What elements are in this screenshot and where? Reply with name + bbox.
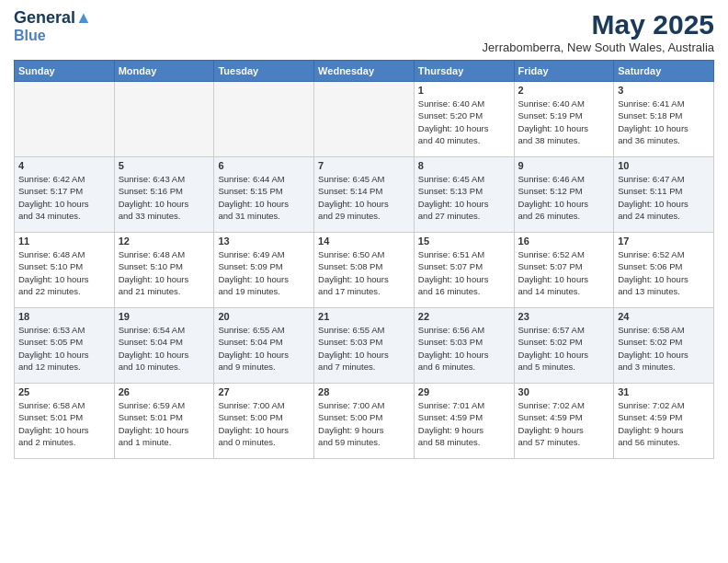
day-info: Sunrise: 6:51 AM Sunset: 5:07 PM Dayligh… bbox=[418, 248, 510, 297]
day-info: Sunrise: 6:46 AM Sunset: 5:12 PM Dayligh… bbox=[518, 173, 610, 222]
day-info: Sunrise: 6:42 AM Sunset: 5:17 PM Dayligh… bbox=[18, 173, 110, 222]
day-number: 1 bbox=[418, 85, 510, 96]
day-number: 12 bbox=[119, 236, 210, 247]
weekday-header-monday: Monday bbox=[114, 61, 214, 82]
day-number: 3 bbox=[618, 85, 710, 96]
week-row-1: 1Sunrise: 6:40 AM Sunset: 5:20 PM Daylig… bbox=[15, 82, 714, 157]
day-cell: 18Sunrise: 6:53 AM Sunset: 5:05 PM Dayli… bbox=[15, 308, 115, 384]
day-number: 26 bbox=[119, 386, 210, 397]
weekday-header-row: SundayMondayTuesdayWednesdayThursdayFrid… bbox=[15, 61, 714, 82]
day-info: Sunrise: 6:50 AM Sunset: 5:08 PM Dayligh… bbox=[318, 248, 410, 297]
week-row-5: 25Sunrise: 6:58 AM Sunset: 5:01 PM Dayli… bbox=[15, 384, 714, 459]
weekday-header-sunday: Sunday bbox=[15, 61, 115, 82]
day-cell: 17Sunrise: 6:52 AM Sunset: 5:06 PM Dayli… bbox=[614, 233, 714, 308]
day-info: Sunrise: 7:02 AM Sunset: 4:59 PM Dayligh… bbox=[618, 399, 710, 448]
logo-blue: Blue bbox=[14, 28, 92, 44]
day-number: 23 bbox=[518, 311, 610, 322]
day-cell: 7Sunrise: 6:45 AM Sunset: 5:14 PM Daylig… bbox=[314, 157, 415, 233]
day-info: Sunrise: 6:52 AM Sunset: 5:07 PM Dayligh… bbox=[518, 248, 610, 297]
day-info: Sunrise: 6:48 AM Sunset: 5:10 PM Dayligh… bbox=[119, 248, 210, 297]
day-number: 8 bbox=[418, 160, 510, 171]
day-number: 7 bbox=[318, 160, 410, 171]
day-cell: 13Sunrise: 6:49 AM Sunset: 5:09 PM Dayli… bbox=[214, 233, 314, 308]
day-info: Sunrise: 6:54 AM Sunset: 5:04 PM Dayligh… bbox=[119, 324, 210, 373]
day-number: 2 bbox=[518, 85, 610, 96]
weekday-header-wednesday: Wednesday bbox=[314, 61, 415, 82]
day-info: Sunrise: 6:48 AM Sunset: 5:10 PM Dayligh… bbox=[18, 248, 110, 297]
day-info: Sunrise: 6:55 AM Sunset: 5:03 PM Dayligh… bbox=[318, 324, 410, 373]
day-info: Sunrise: 6:55 AM Sunset: 5:04 PM Dayligh… bbox=[218, 324, 310, 373]
day-info: Sunrise: 6:41 AM Sunset: 5:18 PM Dayligh… bbox=[618, 98, 710, 146]
day-cell: 10Sunrise: 6:47 AM Sunset: 5:11 PM Dayli… bbox=[614, 157, 714, 233]
day-number: 25 bbox=[18, 386, 110, 397]
day-number: 16 bbox=[518, 236, 610, 247]
weekday-header-thursday: Thursday bbox=[414, 61, 514, 82]
day-number: 10 bbox=[618, 160, 710, 171]
day-number: 4 bbox=[18, 160, 110, 171]
day-cell bbox=[314, 82, 415, 157]
day-cell: 20Sunrise: 6:55 AM Sunset: 5:04 PM Dayli… bbox=[214, 308, 314, 384]
day-cell: 30Sunrise: 7:02 AM Sunset: 4:59 PM Dayli… bbox=[514, 384, 614, 459]
day-cell: 1Sunrise: 6:40 AM Sunset: 5:20 PM Daylig… bbox=[414, 82, 514, 157]
day-info: Sunrise: 6:45 AM Sunset: 5:14 PM Dayligh… bbox=[318, 173, 410, 222]
day-info: Sunrise: 7:00 AM Sunset: 5:00 PM Dayligh… bbox=[218, 399, 310, 448]
location: Jerrabomberra, New South Wales, Australi… bbox=[483, 40, 714, 54]
day-number: 28 bbox=[318, 386, 410, 397]
day-cell: 14Sunrise: 6:50 AM Sunset: 5:08 PM Dayli… bbox=[314, 233, 415, 308]
logo: General▲ Blue bbox=[14, 9, 92, 43]
day-cell: 4Sunrise: 6:42 AM Sunset: 5:17 PM Daylig… bbox=[15, 157, 115, 233]
day-info: Sunrise: 6:58 AM Sunset: 5:02 PM Dayligh… bbox=[618, 324, 710, 373]
day-cell: 16Sunrise: 6:52 AM Sunset: 5:07 PM Dayli… bbox=[514, 233, 614, 308]
logo-text: General▲ bbox=[14, 9, 92, 28]
day-cell bbox=[15, 82, 115, 157]
day-info: Sunrise: 6:56 AM Sunset: 5:03 PM Dayligh… bbox=[418, 324, 510, 373]
calendar-table: SundayMondayTuesdayWednesdayThursdayFrid… bbox=[14, 60, 714, 459]
day-cell: 31Sunrise: 7:02 AM Sunset: 4:59 PM Dayli… bbox=[614, 384, 714, 459]
day-cell: 5Sunrise: 6:43 AM Sunset: 5:16 PM Daylig… bbox=[114, 157, 214, 233]
day-info: Sunrise: 6:44 AM Sunset: 5:15 PM Dayligh… bbox=[218, 173, 310, 222]
day-number: 11 bbox=[18, 236, 110, 247]
day-info: Sunrise: 6:59 AM Sunset: 5:01 PM Dayligh… bbox=[119, 399, 210, 448]
day-info: Sunrise: 6:52 AM Sunset: 5:06 PM Dayligh… bbox=[618, 248, 710, 297]
day-number: 19 bbox=[119, 311, 210, 322]
day-info: Sunrise: 6:47 AM Sunset: 5:11 PM Dayligh… bbox=[618, 173, 710, 222]
day-cell: 27Sunrise: 7:00 AM Sunset: 5:00 PM Dayli… bbox=[214, 384, 314, 459]
day-cell bbox=[214, 82, 314, 157]
day-info: Sunrise: 6:58 AM Sunset: 5:01 PM Dayligh… bbox=[18, 399, 110, 448]
day-cell: 19Sunrise: 6:54 AM Sunset: 5:04 PM Dayli… bbox=[114, 308, 214, 384]
weekday-header-friday: Friday bbox=[514, 61, 614, 82]
day-cell: 21Sunrise: 6:55 AM Sunset: 5:03 PM Dayli… bbox=[314, 308, 415, 384]
day-info: Sunrise: 6:53 AM Sunset: 5:05 PM Dayligh… bbox=[18, 324, 110, 373]
day-number: 18 bbox=[18, 311, 110, 322]
day-number: 21 bbox=[318, 311, 410, 322]
day-info: Sunrise: 6:40 AM Sunset: 5:20 PM Dayligh… bbox=[418, 98, 510, 146]
day-info: Sunrise: 7:02 AM Sunset: 4:59 PM Dayligh… bbox=[518, 399, 610, 448]
weekday-header-saturday: Saturday bbox=[614, 61, 714, 82]
day-number: 31 bbox=[618, 386, 710, 397]
page-container: General▲ Blue May 2025 Jerrabomberra, Ne… bbox=[0, 0, 728, 468]
day-cell: 29Sunrise: 7:01 AM Sunset: 4:59 PM Dayli… bbox=[414, 384, 514, 459]
day-cell: 6Sunrise: 6:44 AM Sunset: 5:15 PM Daylig… bbox=[214, 157, 314, 233]
day-cell: 8Sunrise: 6:45 AM Sunset: 5:13 PM Daylig… bbox=[414, 157, 514, 233]
day-cell: 28Sunrise: 7:00 AM Sunset: 5:00 PM Dayli… bbox=[314, 384, 415, 459]
week-row-3: 11Sunrise: 6:48 AM Sunset: 5:10 PM Dayli… bbox=[15, 233, 714, 308]
day-number: 30 bbox=[518, 386, 610, 397]
day-cell: 26Sunrise: 6:59 AM Sunset: 5:01 PM Dayli… bbox=[114, 384, 214, 459]
weekday-header-tuesday: Tuesday bbox=[214, 61, 314, 82]
day-cell: 24Sunrise: 6:58 AM Sunset: 5:02 PM Dayli… bbox=[614, 308, 714, 384]
day-number: 17 bbox=[618, 236, 710, 247]
day-cell: 2Sunrise: 6:40 AM Sunset: 5:19 PM Daylig… bbox=[514, 82, 614, 157]
day-info: Sunrise: 6:45 AM Sunset: 5:13 PM Dayligh… bbox=[418, 173, 510, 222]
day-number: 27 bbox=[218, 386, 310, 397]
day-cell: 3Sunrise: 6:41 AM Sunset: 5:18 PM Daylig… bbox=[614, 82, 714, 157]
day-cell: 12Sunrise: 6:48 AM Sunset: 5:10 PM Dayli… bbox=[114, 233, 214, 308]
day-info: Sunrise: 6:57 AM Sunset: 5:02 PM Dayligh… bbox=[518, 324, 610, 373]
day-number: 5 bbox=[119, 160, 210, 171]
month-title: May 2025 bbox=[483, 9, 714, 40]
day-number: 22 bbox=[418, 311, 510, 322]
day-cell: 11Sunrise: 6:48 AM Sunset: 5:10 PM Dayli… bbox=[15, 233, 115, 308]
title-block: May 2025 Jerrabomberra, New South Wales,… bbox=[483, 9, 714, 54]
day-number: 13 bbox=[218, 236, 310, 247]
page-header: General▲ Blue May 2025 Jerrabomberra, Ne… bbox=[14, 9, 714, 54]
day-info: Sunrise: 6:49 AM Sunset: 5:09 PM Dayligh… bbox=[218, 248, 310, 297]
